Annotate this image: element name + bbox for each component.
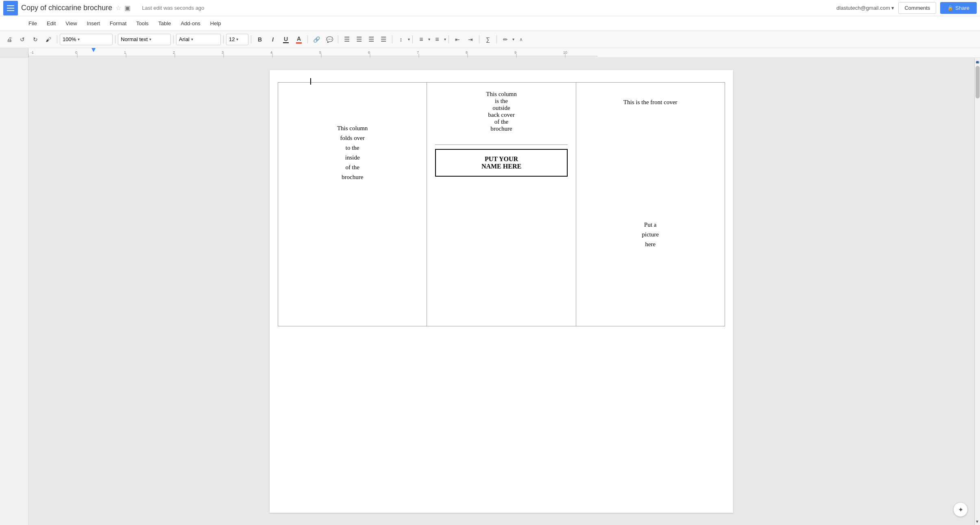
- menu-bar: File Edit View Insert Format Tools Table…: [0, 16, 980, 31]
- menu-format[interactable]: Format: [106, 19, 131, 28]
- main-content: This columnfolds overto theinsideof theb…: [0, 58, 980, 525]
- divider-4: [223, 35, 224, 44]
- line-spacing-chevron: ▾: [408, 37, 410, 42]
- divider-3: [173, 35, 174, 44]
- column-middle-text: This columnis theoutsideback coverof the…: [435, 91, 567, 145]
- zoom-select[interactable]: 100% ▾: [60, 34, 113, 45]
- text-color-button[interactable]: A: [293, 33, 305, 46]
- align-left-button[interactable]: ☰: [341, 33, 353, 46]
- divider-2: [115, 35, 115, 44]
- indent-more-button[interactable]: ⇥: [464, 33, 477, 46]
- column-left[interactable]: This columnfolds overto theinsideof theb…: [278, 83, 427, 326]
- divider-7: [338, 35, 338, 44]
- font-select[interactable]: Arial ▾: [176, 34, 221, 45]
- save-status: Last edit was seconds ago: [142, 5, 204, 11]
- menu-file[interactable]: File: [24, 19, 41, 28]
- top-right-area: dlastutech@gmail.com ▾ Comments 🔒 Share: [836, 2, 977, 14]
- top-bar: Copy of chiccarine brochure ☆ ▣ Last edi…: [0, 0, 980, 16]
- svg-text:7: 7: [417, 50, 419, 55]
- document-area[interactable]: This columnfolds overto theinsideof theb…: [28, 58, 974, 525]
- divider-9: [412, 35, 413, 44]
- pen-button[interactable]: ✏: [499, 33, 512, 46]
- brochure-table: This columnfolds overto theinsideof theb…: [278, 82, 725, 326]
- svg-text:4: 4: [270, 50, 272, 55]
- hamburger-line-1: [7, 5, 14, 6]
- divider-6: [307, 35, 308, 44]
- svg-text:9: 9: [514, 50, 516, 55]
- svg-text:3: 3: [222, 50, 224, 55]
- menu-edit[interactable]: Edit: [43, 19, 60, 28]
- hamburger-line-3: [7, 10, 14, 11]
- menu-tools[interactable]: Tools: [132, 19, 152, 28]
- color-a-container: A: [296, 35, 302, 44]
- folder-icon[interactable]: ▣: [124, 4, 131, 12]
- font-size-select[interactable]: 12 ▾: [226, 34, 248, 45]
- print-button[interactable]: 🖨: [3, 33, 15, 46]
- app-menu-button[interactable]: [3, 1, 18, 15]
- ruler-inner: -1 0 1 2 3 4 5 6 7 8 9 10: [28, 48, 980, 57]
- font-chevron: ▾: [191, 37, 193, 42]
- numbered-list-button[interactable]: ≡: [415, 33, 427, 46]
- picture-placeholder-text: Put apicturehere: [584, 220, 716, 249]
- scroll-arrow-down[interactable]: ▼: [974, 518, 980, 524]
- column-middle[interactable]: This columnis theoutsideback coverof the…: [427, 83, 576, 326]
- insert-link-button[interactable]: 🔗: [310, 33, 322, 46]
- style-select[interactable]: Normal text ▾: [118, 34, 171, 45]
- align-justify-button[interactable]: ☰: [377, 33, 390, 46]
- collapse-toolbar-button[interactable]: ∧: [517, 35, 525, 44]
- divider-10: [449, 35, 449, 44]
- paint-format-button[interactable]: 🖌: [42, 33, 54, 46]
- ruler: -1 0 1 2 3 4 5 6 7 8 9 10: [0, 48, 980, 58]
- smart-compose-button[interactable]: ✦: [953, 502, 968, 517]
- document-page[interactable]: This columnfolds overto theinsideof theb…: [270, 70, 733, 513]
- divider-5: [251, 35, 251, 44]
- size-chevron: ▾: [236, 37, 238, 42]
- undo-button[interactable]: ↺: [16, 33, 28, 46]
- name-box[interactable]: PUT YOURNAME HERE: [435, 149, 567, 177]
- divider-8: [392, 35, 392, 44]
- user-email[interactable]: dlastutech@gmail.com ▾: [836, 5, 894, 11]
- bold-button[interactable]: B: [254, 33, 266, 46]
- menu-addons[interactable]: Add-ons: [176, 19, 204, 28]
- svg-text:-1: -1: [30, 50, 34, 55]
- scrollbar-thumb[interactable]: [976, 66, 980, 98]
- svg-text:2: 2: [173, 50, 175, 55]
- bullet-list-button[interactable]: ≡: [431, 33, 443, 46]
- zoom-chevron: ▾: [78, 37, 80, 42]
- pen-chevron: ▾: [512, 37, 514, 42]
- align-group: ☰ ☰ ☰ ☰: [341, 33, 390, 46]
- svg-text:5: 5: [319, 50, 321, 55]
- menu-help[interactable]: Help: [206, 19, 225, 28]
- line-spacing-button[interactable]: ↕: [395, 33, 407, 46]
- comments-button[interactable]: Comments: [898, 2, 936, 14]
- vertical-scrollbar[interactable]: ▲ ▼: [974, 58, 980, 525]
- document-title[interactable]: Copy of chiccarine brochure: [21, 4, 112, 12]
- menu-insert[interactable]: Insert: [83, 19, 104, 28]
- star-icon[interactable]: ☆: [115, 4, 121, 12]
- underline-button[interactable]: U: [280, 33, 292, 46]
- insert-comment-button[interactable]: 💬: [323, 33, 335, 46]
- underline-bar: [283, 42, 289, 43]
- menu-view[interactable]: View: [61, 19, 81, 28]
- indent-less-button[interactable]: ⇤: [451, 33, 464, 46]
- svg-text:6: 6: [368, 50, 370, 55]
- divider-12: [497, 35, 497, 44]
- hamburger-line-2: [7, 8, 14, 9]
- italic-button[interactable]: I: [267, 33, 279, 46]
- title-area: Copy of chiccarine brochure ☆ ▣ Last edi…: [21, 4, 836, 12]
- align-center-button[interactable]: ☰: [353, 33, 365, 46]
- share-button[interactable]: 🔒 Share: [940, 2, 977, 14]
- svg-marker-25: [91, 48, 96, 52]
- menu-table[interactable]: Table: [154, 19, 175, 28]
- align-right-button[interactable]: ☰: [365, 33, 377, 46]
- front-cover-text: This is the front cover: [584, 99, 716, 106]
- text-cursor: [310, 78, 311, 85]
- column-right[interactable]: This is the front cover Put apicturehere: [576, 83, 725, 326]
- scroll-arrow-up[interactable]: ▲: [974, 59, 980, 64]
- lock-icon: 🔒: [947, 5, 953, 11]
- formula-button[interactable]: ∑: [482, 33, 494, 46]
- pen-area: ✏ ▾: [499, 33, 514, 46]
- svg-text:0: 0: [75, 50, 77, 55]
- table-row: This columnfolds overto theinsideof theb…: [278, 83, 725, 326]
- redo-button[interactable]: ↻: [29, 33, 41, 46]
